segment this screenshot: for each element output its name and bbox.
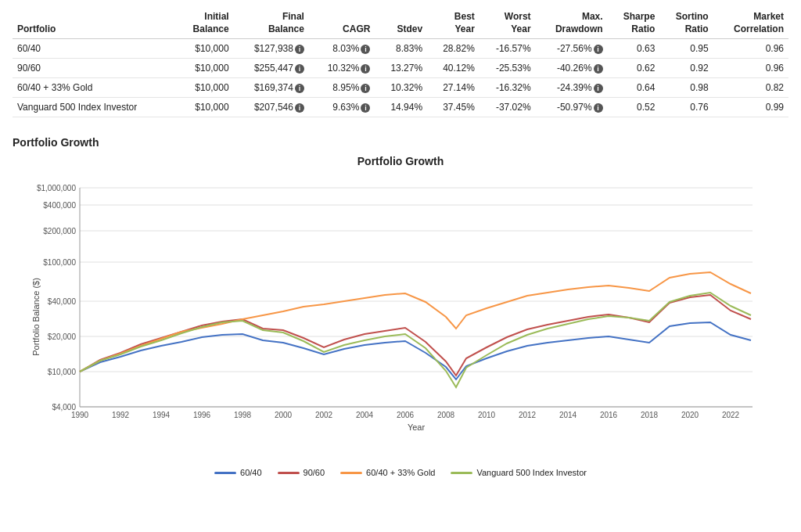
table-cell: -25.53% (480, 59, 536, 78)
info-icon[interactable]: i (295, 103, 304, 113)
table-cell: 60/40 + 33% Gold (13, 78, 176, 98)
legend-line-90-60 (278, 472, 300, 474)
table-cell: 9.63%i (309, 98, 375, 117)
table-cell: -16.32% (480, 78, 536, 98)
table-cell: 10.32%i (309, 59, 375, 78)
line-60-40 (80, 322, 751, 379)
legend-line-vanguard (451, 472, 472, 474)
table-cell: -16.57% (480, 39, 536, 59)
table-cell: 0.99 (713, 98, 788, 117)
table-cell: 0.98 (659, 78, 713, 98)
table-row: 60/40 + 33% Gold$10,000$169,374i8.95%i10… (13, 78, 788, 98)
col-header-portfolio: Portfolio (13, 8, 176, 39)
table-cell: 0.62 (608, 59, 660, 78)
info-icon[interactable]: i (594, 45, 603, 54)
x-tick: 1996 (193, 411, 211, 419)
table-cell: -40.26%i (536, 59, 608, 78)
table-cell: 40.12% (427, 59, 480, 78)
x-tick: 2018 (641, 411, 659, 419)
col-header-sharpe: SharpeRatio (608, 8, 660, 39)
table-cell: -37.02% (480, 98, 536, 117)
info-icon[interactable]: i (594, 103, 603, 113)
info-icon[interactable]: i (361, 64, 370, 74)
table-cell: 28.82% (427, 39, 480, 59)
table-cell: 0.96 (713, 59, 788, 78)
portfolio-growth-chart: Portfolio Balance ($) $1,000,000 $400,00… (25, 172, 776, 462)
info-icon[interactable]: i (594, 84, 603, 93)
x-tick: 1992 (112, 411, 130, 419)
y-tick: $200,000 (43, 227, 76, 235)
x-tick: 2006 (397, 411, 415, 419)
y-tick: $400,000 (43, 201, 76, 210)
col-header-initial-balance: InitialBalance (176, 8, 233, 39)
legend-item-90-60: 90/60 (278, 468, 325, 477)
table-cell: 0.95 (659, 39, 713, 59)
x-tick: 2000 (275, 411, 293, 419)
x-tick: 2022 (722, 411, 740, 419)
info-icon[interactable]: i (295, 84, 304, 93)
x-tick: 1998 (234, 411, 252, 419)
section-title: Portfolio Growth (13, 133, 788, 149)
info-icon[interactable]: i (594, 64, 603, 74)
line-90-60 (80, 295, 751, 376)
legend-item-60-40-gold: 60/40 + 33% Gold (340, 468, 435, 477)
table-cell: $10,000 (176, 78, 233, 98)
table-cell: $169,374i (234, 78, 309, 98)
line-vanguard (80, 293, 751, 387)
table-cell: -50.97%i (536, 98, 608, 117)
x-tick: 2004 (356, 411, 374, 419)
table-cell: 0.92 (659, 59, 713, 78)
table-cell: $10,000 (176, 39, 233, 59)
table-cell: 0.52 (608, 98, 660, 117)
portfolio-growth-section: Portfolio Growth Portfolio Growth Portfo… (13, 133, 788, 477)
table-cell: 8.95%i (309, 78, 375, 98)
table-cell: 8.83% (375, 39, 427, 59)
x-tick: 2012 (519, 411, 537, 419)
legend-label-vanguard: Vanguard 500 Index Investor (476, 468, 586, 477)
x-tick: 1990 (71, 411, 89, 419)
col-header-worst-year: WorstYear (480, 8, 536, 39)
y-tick: $100,000 (43, 258, 76, 267)
info-icon[interactable]: i (361, 45, 370, 54)
table-cell: 14.94% (375, 98, 427, 117)
table-cell: Vanguard 500 Index Investor (13, 98, 176, 117)
info-icon[interactable]: i (361, 103, 370, 113)
table-cell: 10.32% (375, 78, 427, 98)
info-icon[interactable]: i (295, 45, 304, 54)
col-header-cagr: CAGR (309, 8, 375, 39)
x-tick: 2014 (559, 411, 577, 419)
legend-line-60-40 (214, 472, 236, 474)
legend-item-60-40: 60/40 (214, 468, 262, 477)
chart-title: Portfolio Growth (357, 155, 444, 167)
x-tick: 2008 (437, 411, 455, 419)
chart-legend: 60/40 90/60 60/40 + 33% Gold Vanguard 50… (214, 468, 587, 477)
table-cell: -24.39%i (536, 78, 608, 98)
y-axis-title: Portfolio Balance ($) (31, 278, 41, 356)
table-cell: 0.96 (713, 39, 788, 59)
col-header-final-balance: FinalBalance (234, 8, 309, 39)
table-cell: $255,447i (234, 59, 309, 78)
table-cell: -27.56%i (536, 39, 608, 59)
chart-wrap: Portfolio Growth Portfolio Balance ($) $… (13, 155, 788, 477)
table-cell: $10,000 (176, 98, 233, 117)
table-cell: 37.45% (427, 98, 480, 117)
info-icon[interactable]: i (361, 84, 370, 93)
legend-label-60-40: 60/40 (240, 468, 262, 477)
legend-line-60-40-gold (340, 472, 362, 474)
table-row: 60/40$10,000$127,938i8.03%i8.83%28.82%-1… (13, 39, 788, 59)
col-header-max-drawdown: Max.Drawdown (536, 8, 608, 39)
col-header-best-year: BestYear (427, 8, 480, 39)
x-tick: 2016 (600, 411, 618, 419)
table-cell: 60/40 (13, 39, 176, 59)
table-cell: 13.27% (375, 59, 427, 78)
table-cell: 0.82 (713, 78, 788, 98)
x-tick: 2020 (681, 411, 699, 419)
x-axis-title: Year (408, 422, 426, 432)
y-tick: $10,000 (48, 368, 77, 376)
table-cell: 27.14% (427, 78, 480, 98)
table-cell: 0.63 (608, 39, 660, 59)
portfolio-comparison-table: Portfolio InitialBalance FinalBalance CA… (13, 8, 788, 117)
table-cell: $207,546i (234, 98, 309, 117)
legend-label-90-60: 90/60 (304, 468, 325, 477)
info-icon[interactable]: i (295, 64, 304, 74)
